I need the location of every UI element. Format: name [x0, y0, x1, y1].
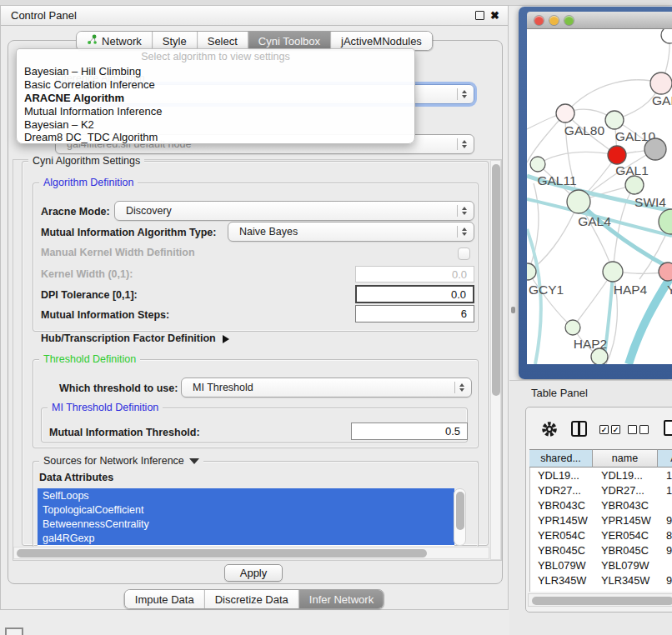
- table-hscrollbar[interactable]: [528, 593, 672, 607]
- settings-vscrollbar[interactable]: [490, 160, 501, 560]
- algorithm-dropdown-popup: Select algorithm to view settings Bayesi…: [16, 48, 415, 144]
- network-edge[interactable]: [528, 272, 573, 328]
- network-graph[interactable]: GALGAL80GAL10GAL1GAL11SWI4GAL4GCY1HAP4YH…: [527, 29, 672, 364]
- minimize-button[interactable]: [549, 16, 559, 25]
- table-row[interactable]: YBR045CYBR045C9.: [530, 542, 672, 558]
- network-node-gal4[interactable]: [567, 190, 590, 213]
- split-view-icon[interactable]: [571, 421, 587, 437]
- network-edge[interactable]: [527, 229, 541, 364]
- network-node[interactable]: [644, 138, 666, 160]
- table-row[interactable]: YDL19...YDL19...13: [530, 468, 672, 482]
- expand-right-icon[interactable]: [223, 335, 229, 343]
- table-cell: YBR043C: [530, 498, 594, 512]
- table-row[interactable]: YLR345WYLR345W9.: [530, 572, 672, 588]
- tab-jactivemnodules-label: jActiveMNodules: [341, 35, 422, 48]
- create-column-icon[interactable]: [664, 420, 672, 436]
- network-window-titlebar[interactable]: [527, 12, 672, 29]
- attribute-selfloops[interactable]: SelfLoops: [38, 488, 454, 502]
- close-button[interactable]: [534, 16, 544, 25]
- float-window-icon[interactable]: [475, 11, 484, 20]
- zoom-button[interactable]: [564, 16, 574, 25]
- network-node-hap2[interactable]: [565, 320, 580, 335]
- table-hscrollbar-thumb[interactable]: [532, 597, 672, 605]
- network-node[interactable]: [661, 29, 672, 43]
- table-cell: 12: [659, 482, 672, 498]
- tab-style[interactable]: Style: [152, 32, 197, 50]
- network-node-gal1[interactable]: [608, 146, 626, 164]
- bottom-tab-infer-network[interactable]: Infer Network: [298, 590, 384, 608]
- algorithm-option-bayesian-k2[interactable]: Bayesian – K2: [17, 118, 414, 131]
- control-panel-window: Control Panel ✖ Inference Algorithm gal4…: [0, 5, 509, 610]
- settings-gear-icon[interactable]: [541, 421, 558, 438]
- which-threshold-combo[interactable]: MI Threshold: [181, 378, 472, 398]
- settings-vscrollbar-thumb[interactable]: [492, 164, 500, 396]
- bottom-tab-impute-data[interactable]: Impute Data: [125, 590, 204, 608]
- attribute-gal4rgexp[interactable]: gal4RGexp: [38, 531, 454, 545]
- table-row[interactable]: YIL052CYIL052C9: [530, 588, 672, 592]
- algorithm-option-bayesian-hill-climbing[interactable]: Bayesian – Hill Climbing: [17, 65, 414, 78]
- column-header-name[interactable]: name: [593, 449, 658, 468]
- unchecked-box-icon: [639, 425, 649, 434]
- algorithm-option-basic-correlation-inference[interactable]: Basic Correlation Inference: [17, 78, 414, 92]
- table-row[interactable]: YPR145WYPR145W9.: [530, 512, 672, 528]
- network-node-gal[interactable]: [650, 72, 672, 94]
- select-all-icon[interactable]: ✓ ✓: [599, 425, 620, 434]
- control-panel-title: Control Panel: [11, 9, 77, 22]
- network-node-gal11[interactable]: [530, 157, 545, 172]
- apply-button[interactable]: Apply: [224, 564, 283, 582]
- mi-type-combo[interactable]: Naive Bayes: [228, 222, 474, 242]
- network-node-gcy1[interactable]: [527, 263, 536, 280]
- table-cell: YDR27...: [530, 482, 594, 498]
- network-node-gal80[interactable]: [556, 104, 574, 122]
- settings-hscrollbar[interactable]: [13, 547, 489, 559]
- table-row[interactable]: YBR043CYBR043C: [530, 498, 672, 512]
- tab-select[interactable]: Select: [197, 32, 248, 50]
- collapse-down-icon[interactable]: [189, 458, 199, 464]
- mi-threshold-field[interactable]: 0.5: [351, 422, 468, 440]
- bottom-tab-discretize-data[interactable]: Discretize Data: [204, 590, 298, 608]
- sources-group-title[interactable]: Sources for Network Inference: [39, 455, 203, 467]
- minimized-panel-fragment[interactable]: [5, 628, 23, 635]
- aracne-mode-combo[interactable]: Discovery: [114, 201, 474, 221]
- column-header-shared[interactable]: shared...: [529, 449, 593, 468]
- attribute-betweennesscentrality[interactable]: BetweennessCentrality: [38, 517, 454, 531]
- column-header-a[interactable]: A: [658, 449, 672, 468]
- network-node-swi4[interactable]: [625, 176, 644, 194]
- dpi-tolerance-field[interactable]: 0.0: [355, 285, 474, 303]
- network-canvas[interactable]: GALGAL80GAL10GAL1GAL11SWI4GAL4GCY1HAP4YH…: [527, 29, 672, 364]
- network-edge[interactable]: [565, 80, 661, 113]
- table-row[interactable]: YDR27...YDR27...12: [530, 482, 672, 498]
- network-node-hap4[interactable]: [603, 262, 623, 282]
- tab-jactivemnodules[interactable]: jActiveMNodules: [330, 32, 432, 50]
- combo-arrows-icon: [457, 88, 470, 100]
- mi-steps-field[interactable]: 6: [355, 305, 474, 322]
- tab-cyni-toolbox[interactable]: Cyni Toolbox: [248, 32, 330, 50]
- close-window-icon[interactable]: ✖: [490, 10, 499, 21]
- attributes-scrollbar[interactable]: [454, 488, 466, 546]
- algorithm-option-dream8-dc-tdc-algorithm[interactable]: Dream8 DC_TDC Algorithm: [17, 131, 414, 144]
- network-edge[interactable]: [538, 152, 617, 164]
- algorithm-option-aracne-algorithm[interactable]: ARACNE Algorithm: [17, 92, 414, 105]
- hub-definition-toggle[interactable]: Hub/Transcription Factor Definition: [41, 332, 229, 344]
- kernel-width-label: Kernel Width (0,1):: [41, 268, 133, 280]
- network-edge[interactable]: [579, 202, 672, 269]
- manual-kernel-checkbox[interactable]: [458, 248, 470, 260]
- settings-hscrollbar-thumb[interactable]: [17, 549, 427, 558]
- tab-network[interactable]: Network: [77, 32, 152, 50]
- attribute-topologicalcoefficient[interactable]: TopologicalCoefficient: [38, 502, 454, 517]
- network-node-gal10[interactable]: [605, 111, 624, 129]
- deselect-all-icon[interactable]: [628, 425, 649, 434]
- network-node[interactable]: [659, 209, 672, 234]
- splitter-grip[interactable]: [511, 307, 515, 313]
- algorithm-option-mutual-information-inference[interactable]: Mutual Information Inference: [17, 104, 414, 118]
- kernel-width-field[interactable]: 0.0: [355, 266, 474, 282]
- network-node[interactable]: [591, 348, 608, 364]
- table-cell: YBL079W: [530, 558, 594, 572]
- control-panel-titlebar[interactable]: Control Panel: [1, 6, 508, 26]
- network-view-window[interactable]: GALGAL80GAL10GAL1GAL11SWI4GAL4GCY1HAP4YH…: [519, 7, 672, 379]
- table-row[interactable]: YBL079WYBL079W: [530, 558, 672, 572]
- network-node-y[interactable]: [659, 262, 672, 281]
- data-attributes-list[interactable]: SelfLoopsTopologicalCoefficientBetweenne…: [38, 488, 454, 546]
- attributes-scrollbar-thumb[interactable]: [456, 492, 464, 530]
- table-row[interactable]: YER054CYER054C8.: [530, 528, 672, 542]
